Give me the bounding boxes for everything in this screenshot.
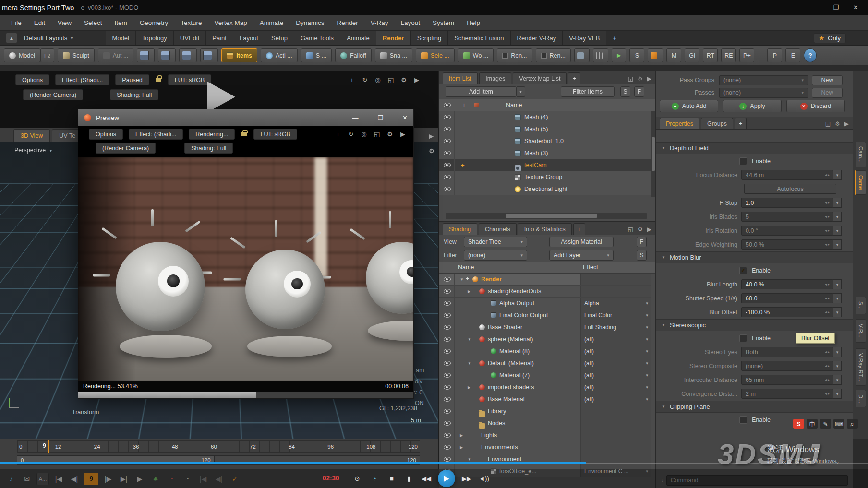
field-dropdown-icon[interactable] (833, 198, 842, 208)
collapse-arrow-icon[interactable]: ▶ (399, 131, 407, 138)
ime-tray-icon[interactable]: 中 (807, 419, 818, 429)
shader-tree-row[interactable]: + Nodes (439, 417, 651, 429)
field-dropdown-icon[interactable] (833, 361, 842, 371)
layout-tab[interactable]: Paint (206, 31, 233, 45)
scope-button[interactable]: S (637, 250, 647, 261)
toolbar-button[interactable]: RT (703, 48, 718, 62)
menu-item[interactable]: Texture (174, 15, 208, 30)
toolbar-button[interactable]: ▶ (612, 48, 626, 62)
properties-tab[interactable]: Properties (660, 118, 699, 129)
expand-arrow-icon[interactable] (460, 277, 464, 282)
toolbar-button[interactable] (200, 48, 218, 62)
ime-tray-icon[interactable]: S (793, 419, 804, 429)
video-control-button[interactable]: ▮ (403, 473, 415, 484)
toolbar-button[interactable]: P+ (739, 48, 754, 62)
expand-arrow-icon[interactable] (468, 337, 471, 342)
effect-cell[interactable]: Final Color (580, 309, 651, 321)
menu-item[interactable]: Layout (395, 15, 427, 30)
close-icon[interactable]: ✕ (853, 4, 858, 11)
expand-icon[interactable]: ◱ (825, 120, 831, 127)
effect-cell[interactable]: (all) (580, 357, 651, 369)
checkbox[interactable]: ✓ (739, 267, 747, 274)
visibility-eye-icon[interactable] (444, 445, 451, 450)
value-field[interactable]: 60.0 (741, 293, 833, 303)
new-pass-button[interactable]: New (812, 88, 843, 98)
shader-tree-row[interactable]: + shadingRenderOuts (439, 286, 651, 298)
item-row[interactable]: + Mesh (4) (439, 111, 651, 123)
expand-icon[interactable]: ◱ (628, 75, 633, 82)
pan-icon[interactable]: + (334, 131, 342, 138)
value-field[interactable]: 44.6 m (741, 170, 833, 180)
preview-title-bar[interactable]: Preview — ❐ ✕ (78, 109, 413, 126)
effect-cell[interactable] (580, 417, 651, 429)
section-collapse-icon[interactable] (662, 405, 665, 409)
side-form-tab[interactable]: V-Ray RT... (856, 348, 866, 386)
video-control-button[interactable]: ◀◀ (421, 473, 432, 484)
toolbar-button[interactable]: Aut ... (98, 48, 134, 62)
shader-tree-dropdown[interactable]: Shader Tree (464, 237, 527, 247)
viewport-lut-dropdown[interactable]: LUT: sRGB (168, 74, 212, 85)
value-field[interactable]: 1.0 (741, 198, 833, 208)
toolbar-button[interactable] (648, 48, 663, 62)
side-form-tab[interactable]: S... (856, 297, 866, 314)
viewport-tab[interactable]: 3D View (13, 129, 50, 142)
video-control-button[interactable]: ◔ (369, 473, 380, 484)
effect-cell[interactable] (580, 274, 651, 285)
value-field[interactable]: 0.0 ° (741, 226, 833, 236)
value-field[interactable]: 5 (741, 212, 833, 222)
toolbar-button[interactable]: Ren... (497, 48, 532, 62)
effect-dropdown-icon[interactable] (646, 385, 648, 390)
item-row[interactable]: + Texture Group (439, 171, 651, 183)
toolbar-button[interactable]: Sculpt (58, 48, 95, 62)
ime-tray-icon[interactable]: ♬ (847, 419, 858, 429)
visibility-eye-icon[interactable] (444, 187, 451, 191)
viewport-shading-dropdown[interactable]: Shading: Full (110, 89, 158, 100)
shader-tree-row[interactable]: + Library (439, 405, 651, 417)
menu-item[interactable]: Item (108, 15, 133, 30)
gear-icon[interactable]: ⚙ (835, 120, 840, 127)
item-row[interactable]: + Mesh (3) (439, 147, 651, 159)
menu-item[interactable]: View (51, 15, 78, 30)
layout-tab[interactable]: Render V-Ray (511, 31, 563, 45)
layout-tab[interactable]: UVEdit (174, 31, 206, 45)
section-collapse-icon[interactable] (662, 323, 665, 327)
lock-icon[interactable] (156, 78, 161, 82)
spinner-arrows-icon[interactable] (825, 242, 831, 247)
filter-items-button[interactable]: Filter Items (561, 86, 615, 97)
toolbar-button[interactable] (574, 48, 590, 62)
menu-item[interactable]: System (426, 15, 460, 30)
toolbar-button[interactable]: Acti ... (261, 48, 298, 62)
view-type-dropdown[interactable]: Perspective (14, 147, 52, 154)
video-control-button[interactable]: ◄)) (478, 473, 490, 484)
visibility-eye-icon[interactable] (444, 409, 451, 414)
expand-arrow-icon[interactable] (460, 445, 463, 450)
gear-icon[interactable]: ⚙ (638, 75, 643, 82)
layout-tab[interactable]: Schematic Fusion (448, 31, 510, 45)
effect-cell[interactable]: (all) (580, 369, 651, 381)
checkbox[interactable]: ✓ (739, 334, 747, 342)
shader-tree-row[interactable]: + Lights (439, 429, 651, 441)
autofocus-button[interactable]: Autofocus (744, 184, 836, 194)
visibility-eye-icon[interactable] (444, 301, 451, 306)
shader-tree-row[interactable]: + sphere (Material) (all) (439, 333, 651, 345)
value-field[interactable]: 2 m (741, 389, 833, 399)
toolbar-button[interactable]: E (785, 48, 800, 62)
visibility-eye-icon[interactable] (444, 163, 451, 167)
maximize-icon[interactable]: ❐ (833, 4, 839, 11)
video-control-button[interactable]: ⊙ (351, 473, 363, 484)
playhead[interactable] (48, 440, 49, 453)
shader-tree-row[interactable]: + Alpha Output Alpha (439, 298, 651, 309)
spinner-arrows-icon[interactable] (825, 201, 831, 205)
toolbar-button[interactable] (179, 48, 197, 62)
auto-add-button[interactable]: +Auto Add (660, 100, 718, 112)
lock-icon[interactable] (241, 132, 247, 136)
checkbox[interactable]: ✓ (739, 416, 747, 424)
new-pass-group-button[interactable]: New (812, 75, 843, 85)
toolbar-button[interactable]: GI (685, 48, 699, 62)
only-toggle[interactable]: Only (814, 33, 846, 43)
visibility-eye-icon[interactable] (444, 373, 451, 378)
video-control-button[interactable]: ▶▶ (461, 473, 472, 484)
preview-lut-dropdown[interactable]: LUT: sRGB (253, 129, 297, 140)
visibility-eye-icon[interactable] (444, 151, 451, 155)
add-item-button[interactable]: Add Item (446, 86, 517, 97)
